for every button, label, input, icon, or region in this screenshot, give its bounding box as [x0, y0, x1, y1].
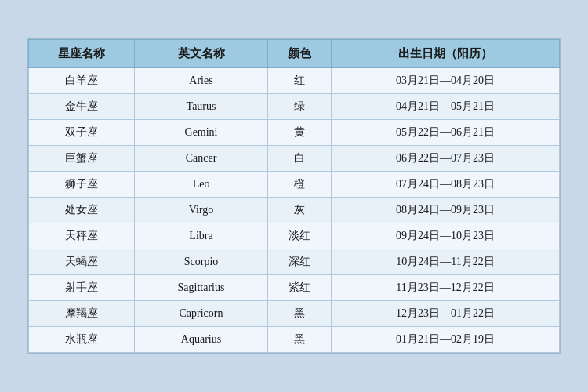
cell-english: Virgo	[135, 198, 267, 223]
cell-english: Sagittarius	[135, 275, 267, 301]
cell-date: 04月21日—05月21日	[331, 94, 559, 120]
table-header-row: 星座名称 英文名称 颜色 出生日期（阳历）	[29, 40, 560, 68]
cell-chinese: 处女座	[29, 198, 135, 223]
cell-english: Taurus	[135, 94, 267, 120]
cell-color: 白	[267, 146, 331, 172]
table-row: 金牛座Taurus绿04月21日—05月21日	[29, 94, 560, 120]
cell-chinese: 狮子座	[29, 172, 135, 198]
table-row: 水瓶座Aquarius黑01月21日—02月19日	[29, 327, 560, 353]
table-row: 狮子座Leo橙07月24日—08月23日	[29, 172, 560, 198]
cell-english: Cancer	[135, 146, 267, 172]
table-row: 双子座Gemini黄05月22日—06月21日	[29, 120, 560, 146]
cell-english: Leo	[135, 172, 267, 198]
table-row: 白羊座Aries红03月21日—04月20日	[29, 68, 560, 94]
cell-color: 深红	[267, 249, 331, 275]
zodiac-table-container: 星座名称 英文名称 颜色 出生日期（阳历） 白羊座Aries红03月21日—04…	[27, 38, 561, 354]
cell-english: Aquarius	[135, 327, 267, 353]
cell-date: 10月24日—11月22日	[331, 249, 559, 275]
cell-date: 01月21日—02月19日	[331, 327, 559, 353]
cell-chinese: 金牛座	[29, 94, 135, 120]
cell-date: 06月22日—07月23日	[331, 146, 559, 172]
table-row: 天蝎座Scorpio深红10月24日—11月22日	[29, 249, 560, 275]
header-english: 英文名称	[135, 40, 267, 68]
header-date: 出生日期（阳历）	[331, 40, 559, 68]
cell-english: Gemini	[135, 120, 267, 146]
cell-chinese: 水瓶座	[29, 327, 135, 353]
cell-chinese: 天秤座	[29, 223, 135, 249]
cell-color: 红	[267, 68, 331, 94]
cell-date: 11月23日—12月22日	[331, 275, 559, 301]
cell-date: 08月24日—09月23日	[331, 198, 559, 223]
header-chinese: 星座名称	[29, 40, 135, 68]
cell-date: 09月24日—10月23日	[331, 223, 559, 249]
cell-date: 07月24日—08月23日	[331, 172, 559, 198]
cell-color: 黑	[267, 327, 331, 353]
cell-color: 橙	[267, 172, 331, 198]
cell-chinese: 天蝎座	[29, 249, 135, 275]
cell-chinese: 射手座	[29, 275, 135, 301]
cell-chinese: 巨蟹座	[29, 146, 135, 172]
cell-english: Scorpio	[135, 249, 267, 275]
cell-date: 05月22日—06月21日	[331, 120, 559, 146]
cell-english: Libra	[135, 223, 267, 249]
cell-chinese: 摩羯座	[29, 301, 135, 327]
table-row: 摩羯座Capricorn黑12月23日—01月22日	[29, 301, 560, 327]
cell-date: 03月21日—04月20日	[331, 68, 559, 94]
cell-color: 紫红	[267, 275, 331, 301]
cell-english: Aries	[135, 68, 267, 94]
table-row: 处女座Virgo灰08月24日—09月23日	[29, 198, 560, 223]
zodiac-table: 星座名称 英文名称 颜色 出生日期（阳历） 白羊座Aries红03月21日—04…	[28, 39, 560, 353]
cell-english: Capricorn	[135, 301, 267, 327]
table-row: 天秤座Libra淡红09月24日—10月23日	[29, 223, 560, 249]
cell-color: 黑	[267, 301, 331, 327]
cell-color: 绿	[267, 94, 331, 120]
cell-date: 12月23日—01月22日	[331, 301, 559, 327]
header-color: 颜色	[267, 40, 331, 68]
cell-chinese: 白羊座	[29, 68, 135, 94]
cell-chinese: 双子座	[29, 120, 135, 146]
cell-color: 淡红	[267, 223, 331, 249]
table-row: 射手座Sagittarius紫红11月23日—12月22日	[29, 275, 560, 301]
cell-color: 灰	[267, 198, 331, 223]
table-row: 巨蟹座Cancer白06月22日—07月23日	[29, 146, 560, 172]
cell-color: 黄	[267, 120, 331, 146]
